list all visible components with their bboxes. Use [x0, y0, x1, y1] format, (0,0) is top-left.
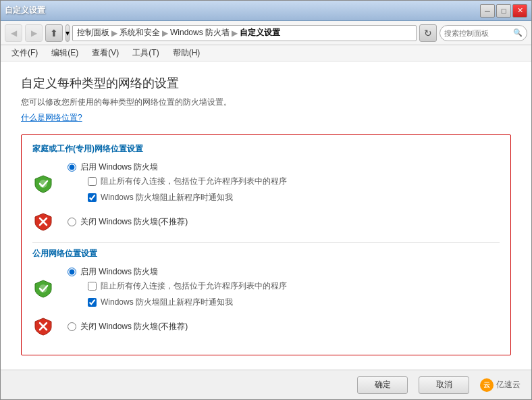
- public-section-title: 公用网络位置设置: [32, 248, 500, 259]
- private-enable-options: 启用 Windows 防火墙 阻止所有传入连接，包括位于允许程序列表中的程序 W…: [68, 161, 500, 205]
- search-box[interactable]: 🔍: [440, 25, 527, 41]
- private-enable-radio[interactable]: [68, 163, 76, 172]
- private-enable-radio-option[interactable]: 启用 Windows 防火墙: [68, 161, 500, 173]
- menu-item-edit[interactable]: 编辑(E): [46, 46, 84, 60]
- menu-item-help[interactable]: 帮助(H): [167, 46, 206, 60]
- path-item-firewall: Windows 防火墙: [170, 27, 230, 39]
- dropdown-arrow[interactable]: ▾: [65, 24, 70, 42]
- path-sep-1: ▶: [111, 28, 117, 38]
- path-sep-2: ▶: [162, 28, 168, 38]
- path-sep-3: ▶: [232, 28, 238, 38]
- public-disable-label[interactable]: 关闭 Windows 防火墙(不推荐): [80, 321, 188, 332]
- private-disable-radio[interactable]: [68, 218, 76, 226]
- menu-item-file[interactable]: 文件(F): [6, 46, 43, 60]
- shield-red-icon-2: [32, 316, 54, 337]
- address-path[interactable]: 控制面板 ▶ 系统和安全 ▶ Windows 防火墙 ▶ 自定义设置: [72, 25, 417, 41]
- ok-button[interactable]: 确定: [357, 376, 408, 394]
- private-section-title: 家庭或工作(专用)网络位置设置: [32, 143, 500, 155]
- private-block-label[interactable]: 阻止所有传入连接，包括位于允许程序列表中的程序: [101, 176, 287, 187]
- public-notify-checkbox[interactable]: [88, 298, 97, 307]
- private-notify-checkbox-option[interactable]: Windows 防火墙阻止新程序时通知我: [88, 192, 500, 203]
- public-enable-options: 启用 Windows 防火墙 阻止所有传入连接，包括位于允许程序列表中的程序 W…: [68, 266, 500, 310]
- page-title: 自定义每种类型的网络的设置: [21, 75, 511, 91]
- public-enable-radio[interactable]: [68, 268, 76, 276]
- addressbar: ◀ ▶ ⬆ ▾ 控制面板 ▶ 系统和安全 ▶ Windows 防火墙 ▶ 自定义…: [1, 21, 531, 45]
- public-enable-row: 启用 Windows 防火墙 阻止所有传入连接，包括位于允许程序列表中的程序 W…: [32, 266, 500, 310]
- private-enable-row: 启用 Windows 防火墙 阻止所有传入连接，包括位于允许程序列表中的程序 W…: [32, 161, 500, 205]
- public-disable-radio[interactable]: [68, 322, 76, 331]
- public-disable-radio-option[interactable]: 关闭 Windows 防火墙(不推荐): [68, 321, 188, 332]
- public-block-checkbox-option[interactable]: 阻止所有传入连接，包括位于允许程序列表中的程序: [88, 280, 500, 292]
- settings-card: 家庭或工作(专用)网络位置设置 启用 Windows 防火墙: [21, 134, 511, 355]
- shield-green-icon: [32, 173, 54, 195]
- menubar: 文件(F) 编辑(E) 查看(V) 工具(T) 帮助(H): [1, 45, 531, 61]
- what-is-network-link[interactable]: 什么是网络位置?: [21, 112, 511, 124]
- public-block-checkbox[interactable]: [88, 282, 97, 291]
- menu-item-tools[interactable]: 工具(T): [127, 46, 164, 60]
- public-block-label[interactable]: 阻止所有传入连接，包括位于允许程序列表中的程序: [101, 280, 287, 292]
- page-description: 您可以修改您所使用的每种类型的网络位置的防火墙设置。: [21, 97, 511, 108]
- up-button[interactable]: ⬆: [45, 24, 63, 42]
- path-item-current: 自定义设置: [240, 27, 280, 39]
- search-input[interactable]: [444, 29, 510, 37]
- private-disable-row: 关闭 Windows 防火墙(不推荐): [32, 211, 500, 232]
- path-item-security: 系统和安全: [119, 27, 160, 39]
- private-disable-radio-option[interactable]: 关闭 Windows 防火墙(不推荐): [68, 216, 188, 228]
- public-notify-checkbox-option[interactable]: Windows 防火墙阻止新程序时通知我: [88, 297, 500, 308]
- brand-logo: 云 亿速云: [480, 378, 521, 392]
- search-icon: 🔍: [513, 28, 523, 37]
- minimize-button[interactable]: ─: [480, 4, 495, 18]
- brand-text: 亿速云: [496, 379, 521, 391]
- cancel-button[interactable]: 取消: [419, 376, 469, 394]
- titlebar: 自定义设置 ─ □ ✕: [1, 1, 531, 21]
- private-notify-label[interactable]: Windows 防火墙阻止新程序时通知我: [101, 192, 233, 203]
- bottombar: 确定 取消 云 亿速云: [1, 370, 531, 399]
- titlebar-buttons: ─ □ ✕: [480, 4, 527, 18]
- menu-item-view[interactable]: 查看(V): [86, 46, 124, 60]
- private-block-checkbox-option[interactable]: 阻止所有传入连接，包括位于允许程序列表中的程序: [88, 176, 500, 187]
- private-disable-label[interactable]: 关闭 Windows 防火墙(不推荐): [80, 216, 188, 228]
- back-button[interactable]: ◀: [5, 24, 22, 42]
- window-title: 自定义设置: [5, 5, 45, 16]
- section-divider: [32, 242, 500, 243]
- path-item-controlpanel: 控制面板: [77, 27, 109, 39]
- bottom-right: 确定 取消 云 亿速云: [357, 376, 521, 394]
- refresh-button[interactable]: ↻: [419, 24, 437, 42]
- public-disable-row: 关闭 Windows 防火墙(不推荐): [32, 316, 500, 337]
- private-section: 家庭或工作(专用)网络位置设置 启用 Windows 防火墙: [32, 143, 500, 232]
- private-enable-label[interactable]: 启用 Windows 防火墙: [80, 161, 158, 173]
- maximize-button[interactable]: □: [496, 4, 511, 18]
- content-area: 自定义每种类型的网络的设置 您可以修改您所使用的每种类型的网络位置的防火墙设置。…: [1, 61, 531, 370]
- public-notify-label[interactable]: Windows 防火墙阻止新程序时通知我: [101, 297, 233, 308]
- forward-button[interactable]: ▶: [25, 24, 43, 42]
- brand-icon: 云: [480, 378, 494, 392]
- private-notify-checkbox[interactable]: [88, 193, 97, 202]
- close-button[interactable]: ✕: [512, 4, 527, 18]
- public-section: 公用网络位置设置 启用 Windows 防火墙: [32, 248, 500, 337]
- shield-green-icon-2: [32, 278, 54, 299]
- window: 自定义设置 ─ □ ✕ ◀ ▶ ⬆ ▾ 控制面板 ▶ 系统和安全 ▶ Windo…: [0, 0, 532, 400]
- private-block-checkbox[interactable]: [88, 177, 97, 186]
- shield-red-icon: [32, 211, 54, 232]
- public-enable-radio-option[interactable]: 启用 Windows 防火墙: [68, 266, 500, 278]
- public-enable-label[interactable]: 启用 Windows 防火墙: [80, 266, 158, 278]
